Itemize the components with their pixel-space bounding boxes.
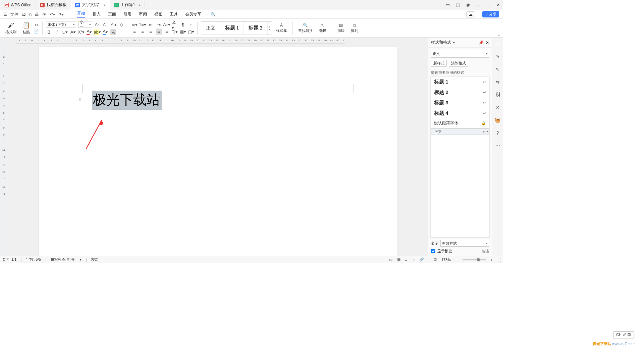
tab-templates[interactable]: D 找稻壳模板	[36, 0, 71, 10]
style-item[interactable]: 标题 1↵	[431, 77, 489, 87]
pic-icon[interactable]: 🖼	[494, 91, 501, 98]
font-name-select[interactable]: 宋体 (正文)	[46, 21, 76, 28]
smart-label[interactable]: 智能	[482, 249, 489, 254]
status-words[interactable]: 字数: 5/5	[26, 257, 41, 262]
close-panel-icon[interactable]: ✕	[486, 40, 489, 45]
status-spell[interactable]: 拼写检查: 打开	[51, 257, 75, 262]
indent-icon[interactable]: ⇥	[156, 21, 162, 28]
view-web-icon[interactable]: ≡	[405, 258, 407, 262]
view-focus-icon[interactable]: 🔗	[419, 257, 424, 262]
outdent-icon[interactable]: ⇤	[148, 21, 154, 28]
menu-review[interactable]: 审阅	[139, 11, 147, 17]
file-menu[interactable]: 文件	[10, 12, 18, 17]
minimize-button[interactable]: —	[473, 2, 483, 7]
strike-icon[interactable]: A̶▾	[70, 29, 76, 35]
asian-layout-icon[interactable]: 文▾	[172, 21, 178, 28]
new-style-button[interactable]: 新样式	[431, 60, 447, 67]
clear-format-button[interactable]: 清除格式	[449, 60, 468, 67]
print-icon[interactable]: 🖶	[35, 12, 39, 17]
highlight-icon[interactable]: ab▾	[94, 29, 100, 35]
basket-icon[interactable]: 🧺	[494, 117, 501, 123]
font-size-select[interactable]: 小一	[78, 21, 92, 28]
close-icon[interactable]: ●	[103, 3, 106, 7]
close-button[interactable]: ✕	[493, 2, 503, 7]
status-page[interactable]: 页面: 1/1	[2, 257, 16, 262]
line-spacing-icon[interactable]: ⇅▾	[172, 29, 178, 35]
copy-icon[interactable]: 📄	[34, 29, 39, 34]
style-list[interactable]: 标题 1↵标题 2↵标题 3↵标题 4↵默认段落字体🔒正文↵	[430, 77, 490, 238]
paste-group[interactable]: 📋 粘贴	[20, 21, 32, 35]
menu-view[interactable]: 视图	[154, 11, 162, 17]
style-item[interactable]: 标题 3↵	[431, 98, 489, 108]
bold-icon[interactable]: B	[46, 29, 52, 35]
menu-vip[interactable]: 会员专享	[185, 11, 201, 17]
pointer-icon[interactable]: ↖	[494, 66, 501, 72]
avatar-icon[interactable]: ◉	[463, 2, 473, 7]
align-left-icon[interactable]: ≡	[131, 29, 138, 35]
view-outline-icon[interactable]: ▦	[397, 257, 400, 262]
menu-reference[interactable]: 引用	[123, 11, 131, 17]
maximize-button[interactable]: □	[483, 2, 493, 7]
menu-tools[interactable]: 工具	[170, 11, 178, 17]
gallery-up-icon[interactable]: ▴	[269, 25, 270, 28]
style-set-button[interactable]: A͟ 样式集	[274, 23, 289, 33]
cut-icon[interactable]: ✂	[34, 23, 39, 28]
redo-icon[interactable]: ↷▾	[58, 12, 64, 17]
border-icon[interactable]: ▢▾	[188, 29, 194, 35]
style-h1[interactable]: 标题 1	[220, 22, 244, 35]
undo-icon[interactable]: ↶▾	[50, 12, 55, 17]
change-case-icon[interactable]: Aa	[110, 21, 116, 28]
menu-insert[interactable]: 插入	[93, 11, 101, 17]
settings-icon[interactable]: ⇆	[494, 79, 501, 85]
print-preview-icon[interactable]: 👁	[42, 12, 46, 17]
page[interactable]: ⠿ 极光下载站	[39, 47, 397, 256]
fit-icon[interactable]: ⊡	[434, 257, 437, 262]
help-icon[interactable]: ?	[494, 130, 501, 136]
selected-text[interactable]: 极光下载站	[92, 91, 162, 110]
shrink-font-icon[interactable]: A↓	[102, 21, 108, 28]
fullscreen-icon[interactable]: ⛶	[497, 258, 501, 262]
find-replace-button[interactable]: 🔍 查找替换	[296, 23, 315, 33]
view-read-icon[interactable]: ▷	[412, 257, 415, 262]
align-right-icon[interactable]: ≡	[148, 29, 154, 35]
pencil-icon[interactable]: ✎	[494, 53, 501, 60]
italic-icon[interactable]: I	[54, 29, 60, 35]
distribute-icon[interactable]: ≡	[164, 29, 170, 35]
status-proof[interactable]: 校对	[91, 257, 99, 262]
menu-home[interactable]: 开始	[77, 10, 85, 18]
menu-icon[interactable]: ☰	[3, 12, 7, 17]
grow-font-icon[interactable]: A↑	[94, 21, 100, 28]
style-h2[interactable]: 标题 2	[244, 22, 267, 35]
view-page-icon[interactable]: ▭	[389, 257, 392, 262]
style-item[interactable]: 默认段落字体🔒	[431, 118, 489, 128]
tab-document[interactable]: W 文字文稿1 ●	[71, 0, 110, 10]
align-justify-icon[interactable]: ≡	[156, 29, 162, 35]
shading-icon[interactable]: ▦▾	[180, 29, 186, 35]
close-icon[interactable]: ●	[139, 3, 141, 7]
show-filter-select[interactable]: 有效样式	[440, 240, 489, 247]
pilcrow-icon[interactable]: ¶	[180, 21, 186, 28]
style-item[interactable]: 标题 2↵	[431, 87, 489, 98]
drag-handle-icon[interactable]: ⠿	[79, 98, 82, 102]
new-tab-button[interactable]: +	[145, 2, 155, 8]
pin-icon[interactable]: 📌	[479, 40, 484, 45]
more-icon[interactable]: ⋯	[494, 142, 501, 149]
numbering-icon[interactable]: 1≡▾	[140, 21, 146, 28]
clear-format-icon[interactable]: ◇	[118, 21, 124, 28]
minimize-pane-icon[interactable]: —	[494, 40, 501, 47]
gallery-down-icon[interactable]: ▾	[269, 28, 270, 31]
arrange-button[interactable]: ⧉ 排列	[349, 23, 360, 33]
font-color-icon[interactable]: A▾	[86, 29, 92, 35]
underline-icon[interactable]: U▾	[62, 29, 68, 35]
style-normal[interactable]: 正文	[201, 22, 220, 35]
ab-icon[interactable]: ↕	[188, 21, 194, 28]
device-icon[interactable]: ▭	[443, 2, 453, 7]
tools-icon[interactable]: ✕	[494, 104, 501, 111]
current-style-select[interactable]: 正文	[431, 50, 489, 58]
zoom-out-icon[interactable]: −	[455, 258, 458, 262]
collapse-ribbon-icon[interactable]: ⌄	[498, 33, 500, 37]
style-item[interactable]: 标题 4↵	[431, 108, 489, 118]
style-gallery[interactable]: 正文 标题 1 标题 2 ▴ ▾	[201, 21, 272, 35]
document-area[interactable]: 8765432112345678910111213141516171819202…	[8, 38, 428, 256]
bullets-icon[interactable]: ≣▾	[131, 21, 138, 28]
